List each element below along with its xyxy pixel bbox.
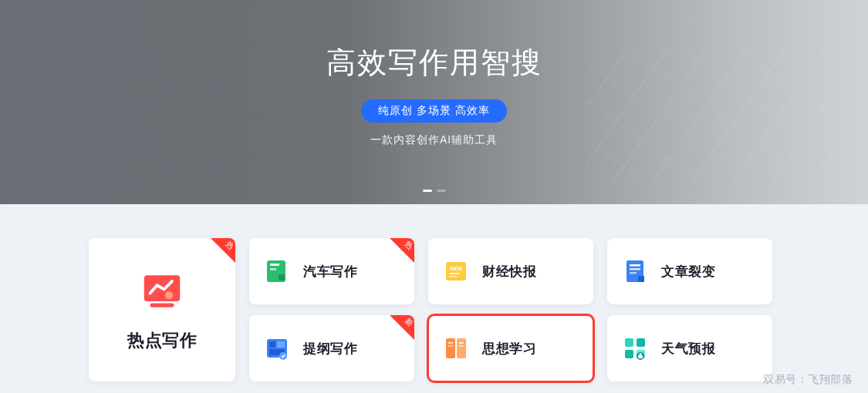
svg-rect-15 xyxy=(630,268,640,270)
hot-corner-tag: 热 xyxy=(391,238,414,261)
hero-banner: 高效写作用智搜 纯原创 多场景 高效率 一款内容创作AI辅助工具 xyxy=(0,0,868,204)
svg-text:NEW: NEW xyxy=(450,266,463,271)
svg-rect-9 xyxy=(446,262,466,280)
carousel-dots[interactable] xyxy=(423,190,446,192)
card-label: 汽车写作 xyxy=(303,263,357,280)
hero-tags-pill: 纯原创 多场景 高效率 xyxy=(361,99,507,123)
svg-rect-25 xyxy=(457,338,466,358)
svg-rect-21 xyxy=(277,341,285,348)
svg-rect-24 xyxy=(446,338,455,358)
watermark: 双易号：飞翔部落 xyxy=(763,373,853,387)
svg-rect-6 xyxy=(270,264,279,266)
svg-rect-17 xyxy=(638,276,644,282)
card-label: 提纲写作 xyxy=(303,340,357,358)
card-label: 天气预报 xyxy=(661,340,715,358)
card-label: 文章裂变 xyxy=(661,263,715,280)
book-orange-icon xyxy=(442,334,470,362)
card-label: 财经快报 xyxy=(482,263,536,280)
svg-rect-14 xyxy=(630,264,640,267)
monitor-trend-icon xyxy=(138,267,186,315)
carousel-dot-1[interactable] xyxy=(423,190,432,192)
document-blue-icon xyxy=(621,257,649,285)
svg-rect-7 xyxy=(270,268,276,270)
card-finance-news[interactable]: NEW 财经快报 xyxy=(428,238,593,304)
svg-rect-20 xyxy=(269,341,275,348)
card-thought-study[interactable]: 思想学习 xyxy=(428,315,593,381)
card-weather-forecast[interactable]: 天气预报 xyxy=(607,315,772,381)
svg-rect-32 xyxy=(625,350,633,358)
card-hot-writing[interactable]: 热 热点写作 xyxy=(89,238,235,381)
card-auto-writing[interactable]: 热 汽车写作 xyxy=(249,238,414,304)
new-corner-tag: 新 xyxy=(391,315,414,338)
card-outline-writing[interactable]: 新 提纲写作 xyxy=(249,315,414,381)
svg-rect-8 xyxy=(279,274,285,280)
svg-rect-2 xyxy=(150,304,174,307)
book-green-icon xyxy=(263,257,291,285)
svg-rect-12 xyxy=(449,276,457,277)
svg-rect-16 xyxy=(630,272,637,274)
svg-rect-29 xyxy=(459,345,464,347)
feature-grid: 热 热点写作 热 汽车写作 xyxy=(0,204,868,381)
svg-rect-26 xyxy=(448,342,453,344)
grid-teal-icon xyxy=(621,334,649,362)
news-yellow-icon: NEW xyxy=(442,257,470,285)
card-label: 思想学习 xyxy=(482,340,536,358)
layout-blue-icon xyxy=(263,334,291,362)
svg-rect-31 xyxy=(637,338,645,347)
svg-rect-36 xyxy=(638,355,643,358)
svg-point-3 xyxy=(165,291,173,299)
card-article-split[interactable]: 文章裂变 xyxy=(607,238,772,304)
svg-rect-30 xyxy=(625,338,633,347)
svg-rect-27 xyxy=(459,342,464,344)
hero-title: 高效写作用智搜 xyxy=(326,43,542,82)
hot-corner-tag: 热 xyxy=(212,238,235,261)
card-label: 热点写作 xyxy=(127,329,197,352)
carousel-dot-2[interactable] xyxy=(437,190,446,192)
hero-subtitle: 一款内容创作AI辅助工具 xyxy=(370,133,498,147)
svg-rect-11 xyxy=(449,273,460,274)
svg-rect-28 xyxy=(448,345,453,347)
